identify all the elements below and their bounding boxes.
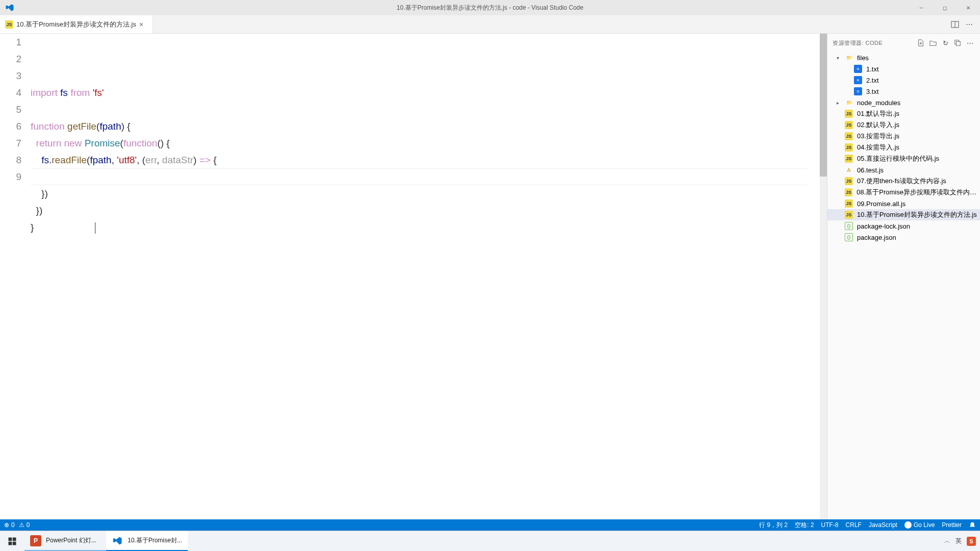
line-number-gutter: 123456789 (0, 34, 31, 519)
js-file-icon: JS (845, 177, 853, 185)
code-line[interactable]: import fs from 'fs' (31, 84, 810, 101)
code-line[interactable]: function getFile(fpath) { (31, 118, 810, 135)
status-encoding[interactable]: UTF-8 (821, 521, 839, 529)
js-file-icon: JS (5, 20, 13, 29)
tray-ime[interactable]: 英 (955, 537, 962, 545)
taskbar-app[interactable]: 10.基于Promise封... (106, 531, 188, 551)
explorer-more-button[interactable]: ⋯ (965, 38, 975, 48)
tree-item-label: 01.默认导出.js (857, 109, 899, 118)
collapse-all-button[interactable] (952, 38, 963, 48)
line-number: 6 (0, 118, 21, 135)
code-line[interactable]: fs.readFile(fpath, 'utf8', (err, dataStr… (31, 152, 810, 168)
editor-tab[interactable]: JS 10.基于Promise封装异步读文件的方法.js × (0, 15, 153, 33)
tree-item-label: package.json (857, 234, 896, 241)
tree-file[interactable]: JS08.基于Promise异步按顺序读取文件内容.js (827, 187, 980, 198)
status-prettier[interactable]: Prettier (942, 521, 962, 529)
editor-tabbar: JS 10.基于Promise封装异步读文件的方法.js × ⋯ (0, 15, 980, 34)
tree-file[interactable]: JS04.按需导入.js (827, 142, 980, 153)
tree-file[interactable]: JS01.默认导出.js (827, 108, 980, 119)
chevron-icon[interactable]: ▸ (837, 100, 843, 106)
more-actions-button[interactable]: ⋯ (964, 19, 975, 30)
new-folder-button[interactable] (928, 38, 938, 48)
tree-item-label: 2.txt (866, 77, 879, 84)
window-titlebar: 10.基于Promise封装异步读文件的方法.js - code - Visua… (0, 0, 980, 15)
tree-item-label: node_modules (857, 99, 900, 107)
tree-file[interactable]: ≡1.txt (827, 63, 980, 74)
txt-file-icon: ≡ (854, 76, 862, 84)
tree-file[interactable]: JS03.按需导出.js (827, 131, 980, 142)
status-notifications-button[interactable] (969, 521, 976, 529)
tree-item-label: 06.test.js (857, 166, 884, 174)
chevron-icon[interactable]: ▾ (837, 55, 843, 61)
status-eol[interactable]: CRLF (846, 521, 862, 529)
refresh-button[interactable]: ↻ (940, 38, 950, 48)
tree-file[interactable]: {}package-lock.json (827, 220, 980, 232)
code-area[interactable]: 123456789 import fs from 'fs'function ge… (0, 34, 827, 519)
explorer-sidebar: 资源管理器: CODE ↻ ⋯ ▾📁files≡1.txt≡2.txt≡3.tx… (827, 34, 980, 519)
tab-close-button[interactable]: × (139, 20, 148, 29)
tree-item-label: files (857, 54, 869, 62)
tree-file[interactable]: JS09.Promise.all.js (827, 198, 980, 209)
status-golive[interactable]: Go Live (904, 521, 935, 529)
editor-tab-label: 10.基于Promise封装异步读文件的方法.js (16, 20, 136, 29)
window-maximize-button[interactable]: ◻ (933, 0, 957, 15)
line-number: 4 (0, 84, 21, 101)
line-number: 5 (0, 101, 21, 118)
code-line[interactable]: return new Promise(function() { (31, 135, 810, 152)
js-file-icon: JS (845, 211, 853, 219)
code-line[interactable]: }) (31, 185, 810, 202)
js-file-icon: JS (845, 121, 853, 129)
taskbar-app-label: 10.基于Promise封... (128, 536, 182, 545)
line-number: 2 (0, 51, 21, 67)
new-file-button[interactable] (916, 38, 926, 48)
editor-pane[interactable]: 123456789 import fs from 'fs'function ge… (0, 34, 827, 519)
status-errors[interactable]: ⊗ 0 (4, 521, 15, 529)
window-close-button[interactable]: ✕ (957, 0, 980, 15)
tree-file[interactable]: JS10.基于Promise封装异步读文件的方法.js (827, 209, 980, 220)
tree-folder[interactable]: ▾📁files (827, 52, 980, 63)
tree-file[interactable]: {}package.json (827, 232, 980, 243)
tree-item-label: 09.Promise.all.js (857, 200, 905, 208)
tree-file[interactable]: ≡3.txt (827, 86, 980, 97)
tray-chevron-up-icon[interactable]: ︿ (944, 537, 950, 545)
tree-file[interactable]: ≡2.txt (827, 74, 980, 86)
js-file-icon: JS (845, 132, 853, 140)
taskbar-app[interactable]: PPowerPoint 幻灯... (24, 531, 106, 551)
code-content[interactable]: import fs from 'fs'function getFile(fpat… (31, 34, 820, 519)
svg-rect-7 (13, 537, 16, 541)
status-warnings[interactable]: ⚠ 0 (19, 521, 30, 529)
ppt-icon: P (30, 535, 42, 547)
explorer-title: 资源管理器: CODE (832, 39, 914, 47)
tree-item-label: package-lock.json (857, 222, 910, 230)
json-file-icon: {} (845, 222, 853, 230)
code-line[interactable] (31, 101, 810, 118)
svg-rect-5 (956, 41, 960, 45)
tree-item-label: 08.基于Promise异步按顺序读取文件内容.js (856, 188, 980, 197)
tree-item-label: 07.使用then-fs读取文件内容.js (857, 177, 946, 186)
code-line[interactable]: }) (31, 202, 810, 219)
status-indentation[interactable]: 空格: 2 (795, 521, 814, 530)
taskbar-tray: ︿ 英 S (944, 537, 980, 546)
scrollbar-thumb[interactable] (820, 34, 827, 177)
code-line[interactable]: } (31, 219, 810, 236)
tree-file[interactable]: JS07.使用then-fs读取文件内容.js (827, 176, 980, 187)
js-file-icon: JS (845, 110, 853, 118)
js-file-icon: JS (845, 155, 853, 163)
taskbar-items: PPowerPoint 幻灯...10.基于Promise封... (24, 531, 188, 551)
start-button[interactable] (0, 531, 24, 551)
status-cursor-position[interactable]: 行 9，列 2 (759, 521, 788, 530)
tree-folder[interactable]: ▸📁node_modules (827, 97, 980, 108)
line-number: 3 (0, 67, 21, 84)
tree-item-label: 05.直接运行模块中的代码.js (857, 154, 939, 163)
tree-file[interactable]: JS05.直接运行模块中的代码.js (827, 153, 980, 164)
windows-taskbar: PPowerPoint 幻灯...10.基于Promise封... ︿ 英 S (0, 531, 980, 551)
tree-file[interactable]: JS02.默认导入.js (827, 119, 980, 131)
file-tree[interactable]: ▾📁files≡1.txt≡2.txt≡3.txt▸📁node_modulesJ… (827, 52, 980, 519)
tray-sogou-icon[interactable]: S (967, 537, 976, 546)
status-language[interactable]: JavaScript (869, 521, 897, 529)
editor-scrollbar[interactable] (820, 34, 827, 519)
tree-file[interactable]: ⚠06.test.js (827, 164, 980, 176)
tree-item-label: 03.按需导出.js (857, 132, 899, 141)
split-editor-button[interactable] (949, 19, 961, 30)
window-minimize-button[interactable]: ─ (910, 0, 933, 15)
